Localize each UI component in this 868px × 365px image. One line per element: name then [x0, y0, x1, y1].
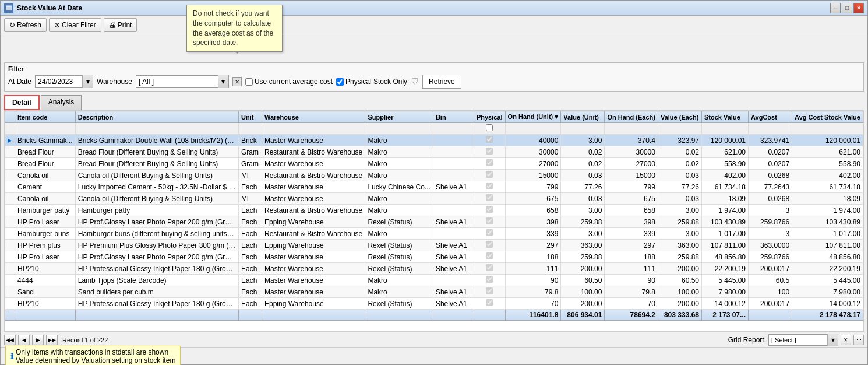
- table-row[interactable]: Hamburger bunsHamburger buns (different …: [5, 228, 863, 240]
- cell-stock-value: 22 200.19: [702, 263, 749, 275]
- print-icon: 🖨: [109, 21, 116, 29]
- minimize-button[interactable]: ─: [830, 3, 841, 13]
- status-line1: Only items with transactions in stdetail…: [16, 348, 175, 356]
- table-row[interactable]: HP Pro LaserHP Prof.Glossy Laser Photo P…: [5, 216, 863, 228]
- cell-bin: [433, 193, 474, 205]
- date-input[interactable]: [36, 76, 82, 87]
- cell-value-each: 259.88: [658, 216, 701, 228]
- close-button[interactable]: ✕: [853, 3, 864, 13]
- cell-value-each: 200.00: [658, 298, 701, 310]
- cell-item-code: HP Prem plus: [15, 240, 76, 251]
- status-info-box: ℹ Only items with transactions in stdeta…: [5, 346, 181, 366]
- cell-warehouse: Master Warehouse: [262, 251, 365, 263]
- col-avg-cost[interactable]: AvgCost: [749, 111, 792, 123]
- window-icon: [4, 3, 13, 13]
- use-current-avg-label[interactable]: Use current average cost: [245, 78, 333, 86]
- cell-value-unit: 3.00: [561, 228, 605, 240]
- cell-bin: Shelve A1: [433, 240, 474, 251]
- col-on-hand-each[interactable]: On Hand (Each): [605, 111, 658, 123]
- cell-on-hand-unit: 70: [505, 298, 561, 310]
- col-unit[interactable]: Unit: [238, 111, 262, 123]
- cell-bin: [433, 275, 474, 286]
- row-indicator: [5, 275, 15, 286]
- col-physical[interactable]: Physical: [474, 111, 505, 123]
- cell-avg-cost-stock-value: 120 000.01: [792, 135, 863, 146]
- nav-first-button[interactable]: ◀◀: [4, 335, 16, 345]
- nav-next-button[interactable]: ▶: [32, 335, 44, 345]
- refresh-icon: ↻: [9, 21, 15, 29]
- clear-filter-button[interactable]: ⊗ Clear Filter: [49, 18, 101, 32]
- warehouse-combo: [ All ] ▾: [136, 75, 229, 88]
- clear-warehouse-button[interactable]: ✕: [232, 77, 242, 86]
- refresh-button[interactable]: ↻ Refresh: [4, 18, 47, 32]
- svg-rect-2: [6, 5, 12, 7]
- cell-avg-cost: 0.0207: [749, 146, 792, 158]
- warehouse-dropdown-button[interactable]: ▾: [218, 75, 228, 88]
- cell-avg-cost: 3: [749, 205, 792, 216]
- print-button[interactable]: 🖨 Print: [104, 18, 137, 32]
- col-item-code[interactable]: Item code: [15, 111, 76, 123]
- retrieve-button[interactable]: Retrieve: [422, 75, 461, 89]
- table-row[interactable]: HP Pro LaserHP Prof.Glossy Laser Photo P…: [5, 251, 863, 263]
- cell-stock-value: 558.90: [702, 158, 749, 170]
- table-row[interactable]: HP210HP Professional Glossy Inkjet Paper…: [5, 298, 863, 310]
- cell-value-each: 3.00: [658, 228, 701, 240]
- table-row[interactable]: HP Prem plusHP Premium Plus Glossy Photo…: [5, 240, 863, 251]
- table-row[interactable]: 4444Lamb Tjops (Scale Barcode)EachMaster…: [5, 275, 863, 286]
- table-row[interactable]: Bread FlourBread Flour (Different Buying…: [5, 146, 863, 158]
- table-row[interactable]: HP210HP Professional Glossy Inkjet Paper…: [5, 263, 863, 275]
- physical-stock-only-label[interactable]: Physical Stock Only: [336, 78, 407, 86]
- maximize-button[interactable]: □: [842, 3, 852, 13]
- cell-warehouse: Master Warehouse: [262, 286, 365, 298]
- table-row[interactable]: SandSand builders per cub.mEachMaster Wa…: [5, 286, 863, 298]
- table-row[interactable]: Canola oilCanola oil (Different Buying &…: [5, 170, 863, 181]
- cell-value-each: 100.00: [658, 286, 701, 298]
- grid-report-combo[interactable]: [ Select ] ▾: [768, 334, 838, 346]
- tab-detail[interactable]: Detail: [4, 95, 40, 110]
- cell-on-hand-each: 70: [605, 298, 658, 310]
- cell-description: Bricks Gammakor Double Wall (108 bricks/…: [75, 135, 238, 146]
- data-table-container[interactable]: Item code Description Unit Warehouse Sup…: [4, 110, 864, 332]
- col-on-hand-unit[interactable]: On Hand (Unit) ▾: [505, 111, 561, 123]
- col-value-each[interactable]: Value (Each): [658, 111, 701, 123]
- cell-avg-cost: 259.8766: [749, 216, 792, 228]
- cell-stock-value: 103 430.89: [702, 216, 749, 228]
- cell-description: Canola oil (Different Buying & Selling U…: [75, 170, 238, 181]
- table-row[interactable]: Canola oilCanola oil (Different Buying &…: [5, 193, 863, 205]
- table-row[interactable]: Bread FlourBread Flour (Different Buying…: [5, 158, 863, 170]
- cell-avg-cost-stock-value: 22 200.19: [792, 263, 863, 275]
- cell-on-hand-unit: 675: [505, 193, 561, 205]
- date-dropdown-button[interactable]: ▾: [82, 75, 93, 88]
- cell-bin: Shelve A1: [433, 263, 474, 275]
- use-current-avg-checkbox[interactable]: [245, 78, 253, 86]
- cell-avg-cost-stock-value: 14 000.12: [792, 298, 863, 310]
- cell-warehouse: Epping Warehouse: [262, 216, 365, 228]
- col-value-unit[interactable]: Value (Unit): [561, 111, 605, 123]
- tab-analysis[interactable]: Analysis: [41, 95, 82, 110]
- physical-stock-only-checkbox[interactable]: [336, 78, 344, 86]
- table-row[interactable]: ▶Bricks Gammak...Bricks Gammakor Double …: [5, 135, 863, 146]
- nav-last-button[interactable]: ▶▶: [46, 335, 58, 345]
- col-description[interactable]: Description: [75, 111, 238, 123]
- tooltip-text: Do not check if you want the computer to…: [193, 9, 273, 47]
- table-row[interactable]: Hamburger pattyHamburger pattyEachRestau…: [5, 205, 863, 216]
- grid-report-dropdown-button[interactable]: ▾: [827, 334, 838, 346]
- physical-filter-checkbox[interactable]: [486, 124, 493, 131]
- table-row[interactable]: CementLucky Imported Cement - 50kg - 32.…: [5, 181, 863, 193]
- cell-value-unit: 0.02: [561, 158, 605, 170]
- col-bin[interactable]: Bin: [433, 111, 474, 123]
- cell-bin: [433, 146, 474, 158]
- grid-report-more-button[interactable]: ⋯: [853, 335, 864, 345]
- col-warehouse[interactable]: Warehouse: [262, 111, 365, 123]
- cell-avg-cost: 200.0017: [749, 263, 792, 275]
- col-avg-cost-stock[interactable]: Avg Cost Stock Value: [792, 111, 863, 123]
- cell-value-each: 323.97: [658, 135, 701, 146]
- col-supplier[interactable]: Supplier: [365, 111, 433, 123]
- grid-report-clear-button[interactable]: ✕: [841, 335, 851, 345]
- nav-prev-button[interactable]: ◀: [18, 335, 30, 345]
- cell-bin: Shelve A1: [433, 286, 474, 298]
- col-stock-value[interactable]: Stock Value: [702, 111, 749, 123]
- row-indicator: [5, 170, 15, 181]
- cell-on-hand-each: 339: [605, 228, 658, 240]
- cell-avg-cost-stock-value: 1 017.00: [792, 228, 863, 240]
